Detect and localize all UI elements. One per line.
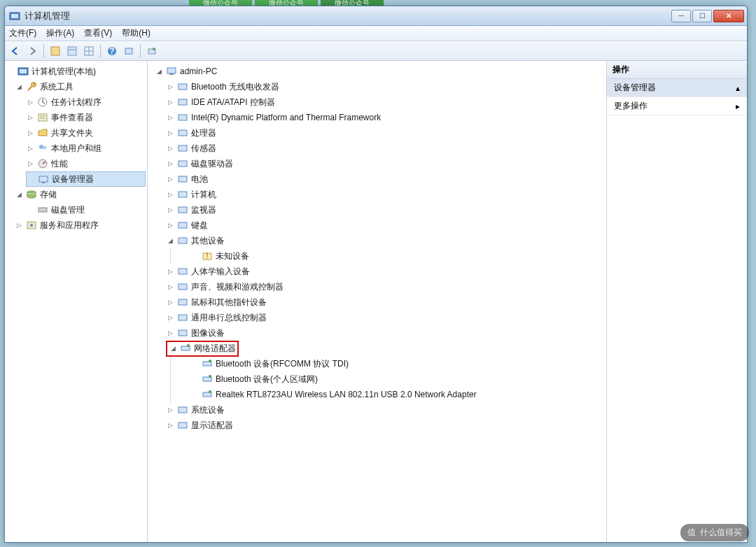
back-button[interactable] bbox=[8, 43, 23, 59]
menu-file[interactable]: 文件(F) bbox=[9, 27, 36, 39]
expand-icon[interactable]: ▷ bbox=[166, 283, 174, 291]
tree-system-tools[interactable]: ◢ 系统工具 bbox=[15, 79, 146, 94]
expand-icon[interactable]: ▷ bbox=[15, 221, 23, 229]
collapse-icon[interactable]: ◢ bbox=[15, 190, 23, 199]
device-category[interactable]: ▷鼠标和其他指针设备 bbox=[166, 294, 605, 310]
device-icon bbox=[177, 327, 188, 339]
expand-icon[interactable]: ▷ bbox=[166, 190, 174, 199]
collapse-icon[interactable]: ◢ bbox=[15, 83, 23, 91]
expand-icon[interactable]: ▷ bbox=[166, 159, 174, 168]
expand-icon[interactable]: ◢ bbox=[169, 344, 177, 353]
device-item[interactable]: ▷Bluetooth 设备(个人区域网) bbox=[190, 371, 605, 387]
minimize-button[interactable]: ─ bbox=[671, 10, 691, 22]
menu-view[interactable]: 查看(V) bbox=[84, 27, 112, 39]
tree-task-scheduler[interactable]: ▷任务计划程序 bbox=[26, 94, 146, 110]
maximize-button[interactable]: ☐ bbox=[692, 10, 712, 22]
properties-button[interactable] bbox=[64, 43, 80, 59]
device-item[interactable]: ▷!未知设备 bbox=[190, 248, 605, 264]
expand-icon[interactable]: ▷ bbox=[26, 159, 34, 168]
help-button[interactable]: ? bbox=[104, 43, 120, 59]
refresh-button[interactable] bbox=[121, 43, 136, 59]
device-category[interactable]: ▷键盘 bbox=[166, 218, 605, 233]
menu-action[interactable]: 操作(A) bbox=[46, 27, 74, 39]
expand-icon[interactable]: ▷ bbox=[166, 313, 174, 322]
tree-event-viewer[interactable]: ▷事件查看器 bbox=[26, 110, 146, 125]
tree-shared-folders[interactable]: ▷共享文件夹 bbox=[26, 125, 146, 141]
device-category[interactable]: ▷处理器 bbox=[166, 125, 605, 141]
collapse-icon[interactable]: ◢ bbox=[155, 67, 163, 76]
svg-rect-33 bbox=[178, 84, 187, 90]
svg-rect-40 bbox=[178, 192, 187, 197]
device-category[interactable]: ▷通用串行总线控制器 bbox=[166, 310, 605, 325]
device-category[interactable]: ▷计算机 bbox=[166, 187, 605, 202]
device-category[interactable]: ▷IDE ATA/ATAPI 控制器 bbox=[166, 94, 605, 110]
forward-button[interactable] bbox=[24, 43, 40, 59]
expand-icon[interactable]: ▷ bbox=[166, 98, 174, 106]
expand-icon[interactable]: ▷ bbox=[166, 298, 174, 306]
app-icon bbox=[9, 10, 20, 22]
expand-icon[interactable]: ▷ bbox=[166, 221, 174, 229]
show-hide-tree-button[interactable] bbox=[48, 43, 63, 59]
expand-icon[interactable]: ▷ bbox=[166, 83, 174, 91]
expand-icon[interactable]: ▷ bbox=[166, 113, 174, 122]
tree-services-apps[interactable]: ▷ 服务和应用程序 bbox=[15, 218, 146, 233]
expand-icon[interactable]: ▷ bbox=[166, 144, 174, 152]
svg-rect-60 bbox=[178, 422, 187, 428]
expand-icon[interactable]: ▷ bbox=[26, 98, 34, 106]
device-category[interactable]: ◢其他设备 bbox=[166, 233, 605, 248]
svg-point-52 bbox=[187, 344, 190, 347]
submenu-arrow-icon: ▸ bbox=[736, 101, 740, 111]
device-category[interactable]: ▷系统设备 bbox=[166, 402, 605, 418]
device-category[interactable]: ▷声音、视频和游戏控制器 bbox=[166, 279, 605, 294]
svg-point-27 bbox=[27, 195, 36, 198]
device-category[interactable]: ▷图像设备 bbox=[166, 325, 605, 341]
expand-icon[interactable]: ▷ bbox=[166, 329, 174, 337]
device-category[interactable]: ◢网络适配器 bbox=[166, 341, 605, 356]
expand-icon[interactable]: ▷ bbox=[166, 129, 174, 137]
device-category[interactable]: ▷传感器 bbox=[166, 141, 605, 156]
scan-button[interactable] bbox=[144, 43, 160, 59]
device-category[interactable]: ▷人体学输入设备 bbox=[166, 264, 605, 279]
expand-icon[interactable]: ▷ bbox=[166, 406, 174, 414]
device-category[interactable]: ▷显示适配器 bbox=[166, 418, 605, 433]
device-category[interactable]: ▷监视器 bbox=[166, 202, 605, 218]
svg-rect-43 bbox=[178, 238, 187, 243]
actions-header: 操作 bbox=[607, 61, 747, 79]
tree-storage[interactable]: ◢ 存储 bbox=[15, 187, 146, 202]
svg-point-58 bbox=[209, 390, 211, 393]
expand-icon[interactable]: ▷ bbox=[166, 206, 174, 214]
device-category[interactable]: ▷Bluetooth 无线电收发器 bbox=[166, 79, 605, 94]
tree-disk-management[interactable]: ▷磁盘管理 bbox=[26, 202, 146, 218]
tree-root[interactable]: ▷ 计算机管理(本地) bbox=[6, 64, 146, 79]
close-button[interactable]: ✕ bbox=[713, 10, 744, 22]
tree-performance[interactable]: ▷性能 bbox=[26, 156, 146, 171]
device-category[interactable]: ▷电池 bbox=[166, 171, 605, 187]
expand-icon[interactable]: ▷ bbox=[26, 129, 34, 137]
view-button[interactable] bbox=[81, 43, 97, 59]
device-tree-pane[interactable]: ◢ admin-PC ▷Bluetooth 无线电收发器▷IDE ATA/ATA… bbox=[148, 61, 607, 542]
device-category[interactable]: ▷磁盘驱动器 bbox=[166, 156, 605, 171]
device-category[interactable]: ▷Intel(R) Dynamic Platform and Thermal F… bbox=[166, 110, 605, 125]
expand-icon[interactable]: ▷ bbox=[26, 144, 34, 152]
watermark: 值 什么值得买 bbox=[680, 524, 749, 541]
menu-help[interactable]: 帮助(H) bbox=[122, 27, 150, 39]
separator bbox=[100, 44, 101, 58]
device-root[interactable]: ◢ admin-PC bbox=[149, 64, 605, 79]
svg-point-54 bbox=[209, 360, 211, 362]
titlebar[interactable]: 计算机管理 ─ ☐ ✕ bbox=[5, 6, 747, 26]
actions-context[interactable]: 设备管理器 ▴ bbox=[607, 79, 747, 97]
expand-icon[interactable]: ▷ bbox=[166, 421, 174, 429]
device-item[interactable]: ▷Realtek RTL8723AU Wireless LAN 802.11n … bbox=[190, 387, 605, 402]
actions-more[interactable]: 更多操作 ▸ bbox=[607, 97, 747, 115]
expand-icon[interactable]: ◢ bbox=[166, 236, 174, 245]
svg-rect-46 bbox=[178, 269, 187, 274]
svg-rect-59 bbox=[178, 407, 187, 413]
console-tree-pane[interactable]: ▷ 计算机管理(本地) ◢ 系统工具 ▷任务计划程序 ▷事件查看器 ▷共享文件夹… bbox=[5, 61, 148, 542]
expand-icon[interactable]: ▷ bbox=[166, 175, 174, 183]
expand-icon[interactable]: ▷ bbox=[166, 267, 174, 276]
device-item[interactable]: ▷Bluetooth 设备(RFCOMM 协议 TDI) bbox=[190, 356, 605, 371]
device-icon bbox=[177, 220, 188, 231]
expand-icon[interactable]: ▷ bbox=[26, 113, 34, 122]
tree-device-manager[interactable]: ▷设备管理器 bbox=[26, 171, 146, 187]
tree-local-users[interactable]: ▷本地用户和组 bbox=[26, 141, 146, 156]
